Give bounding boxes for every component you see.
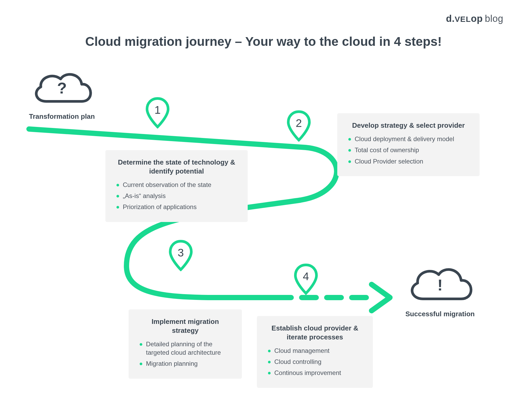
pin-2: 2 — [287, 110, 311, 142]
end-cloud-label: Successful migration — [403, 310, 477, 318]
step-1-list: Current observation of the state „As-is“… — [115, 181, 238, 211]
step-2-title: Develop strategy & select provider — [347, 121, 470, 130]
step-1-box: Determine the state of technology & iden… — [105, 150, 248, 222]
pin-3-number: 3 — [169, 246, 193, 259]
start-cloud-label: Transformation plan — [28, 112, 96, 121]
list-item: Total cost of ownership — [347, 146, 470, 154]
brand-logo: d.veLopblog — [446, 13, 503, 24]
list-item: Continous improvement — [266, 369, 363, 377]
list-item: Cloud management — [266, 347, 363, 355]
pin-4-number: 4 — [294, 270, 318, 283]
list-item: „As-is“ analysis — [115, 192, 238, 200]
list-item: Detailed planning of the targeted cloud … — [138, 340, 232, 357]
brand-mid: ve — [455, 15, 466, 23]
pin-2-number: 2 — [287, 117, 311, 130]
list-item: Migration planning — [138, 359, 232, 368]
step-4-list: Cloud management Cloud controlling Conti… — [266, 347, 363, 377]
step-2-list: Cloud deployment & delivery model Total … — [347, 135, 470, 166]
start-cloud-symbol: ? — [57, 79, 67, 97]
pin-1: 1 — [145, 97, 170, 129]
list-item: Cloud Provider selection — [347, 157, 470, 166]
list-item: Cloud deployment & delivery model — [347, 135, 470, 143]
end-cloud: ! Successful migration — [403, 262, 477, 318]
brand-tag: blog — [485, 13, 503, 24]
cloud-question-icon: ? — [28, 67, 96, 109]
step-1-title: Determine the state of technology & iden… — [115, 158, 238, 176]
pin-1-number: 1 — [145, 104, 170, 116]
brand-prefix: d. — [446, 13, 455, 24]
list-item: Current observation of the state — [115, 181, 238, 189]
step-2-box: Develop strategy & select provider Cloud… — [337, 113, 480, 176]
step-3-list: Detailed planning of the targeted cloud … — [138, 340, 232, 368]
end-cloud-symbol: ! — [437, 276, 443, 294]
start-cloud: ? Transformation plan — [28, 67, 96, 121]
step-4-title: Establish cloud provider & iterate proce… — [266, 324, 363, 342]
step-4-box: Establish cloud provider & iterate proce… — [257, 316, 373, 388]
list-item: Priorization of applications — [115, 203, 238, 211]
page-title: Cloud migration journey – Your way to th… — [0, 34, 527, 49]
pin-4: 4 — [294, 263, 318, 295]
brand-mid-upper: L — [466, 15, 471, 23]
cloud-exclamation-icon: ! — [403, 262, 477, 307]
pin-3: 3 — [169, 240, 193, 271]
list-item: Cloud controlling — [266, 358, 363, 366]
step-3-title: Implement migration strategy — [138, 317, 232, 335]
step-3-box: Implement migration strategy Detailed pl… — [129, 309, 242, 379]
brand-suffix: op — [471, 13, 483, 24]
